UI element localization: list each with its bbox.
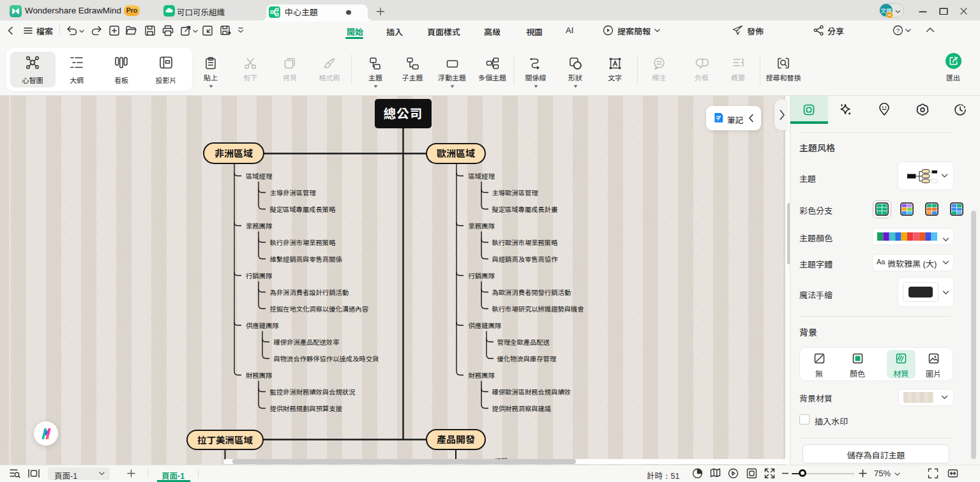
svg-text:與經銷商及零售商協作: 與經銷商及零售商協作 (492, 256, 559, 263)
svg-text:業務團隊: 業務團隊 (469, 223, 495, 230)
svg-text:挖掘在地文化洞察以優化溝通內容: 挖掘在地文化洞察以優化溝通內容 (270, 305, 369, 313)
svg-text:行銷團隊: 行銷團隊 (246, 273, 273, 280)
svg-text:主導非洲區管理: 主導非洲區管理 (270, 189, 317, 197)
svg-text:確保歐洲區財務合規與績效: 確保歐洲區財務合規與績效 (492, 388, 571, 396)
svg-text:提供財務規劃與預算支援: 提供財務規劃與預算支援 (270, 405, 343, 412)
svg-text:拉丁美洲區域: 拉丁美洲區域 (197, 435, 253, 446)
svg-text:供應鏈團隊: 供應鏈團隊 (469, 322, 502, 329)
svg-text:供應鏈團隊: 供應鏈團隊 (246, 322, 279, 329)
svg-text:區域經理: 區域經理 (246, 173, 273, 180)
svg-text:擬定區域專屬成長策略: 擬定區域專屬成長策略 (270, 206, 336, 213)
svg-text:管理全歐產品配送: 管理全歐產品配送 (497, 339, 550, 346)
svg-text:業務團隊: 業務團隊 (246, 223, 273, 230)
svg-text:總公司: 總公司 (384, 107, 423, 121)
svg-text:?: ? (896, 27, 900, 34)
svg-text:優化物流與庫存管理: 優化物流與庫存管理 (497, 355, 557, 363)
svg-text:執行市場研究以辨識趨勢與機會: 執行市場研究以辨識趨勢與機會 (492, 305, 585, 313)
svg-text:行銷團隊: 行銷團隊 (469, 273, 495, 280)
svg-text:財務團隊: 財務團隊 (246, 372, 273, 379)
svg-text:財務團隊: 財務團隊 (469, 372, 495, 379)
svg-text:執行歐洲市場業務策略: 執行歐洲市場業務策略 (492, 239, 559, 246)
svg-text:執行非洲市場業務策略: 執行非洲市場業務策略 (270, 239, 336, 246)
svg-text:提供財務洞察與建議: 提供財務洞察與建議 (492, 405, 552, 412)
svg-text:與物流合作夥伴協作以達成及時交貨: 與物流合作夥伴協作以達成及時交貨 (274, 355, 379, 363)
svg-text:監控非洲財務績效與合規狀況: 監控非洲財務績效與合規狀況 (270, 388, 356, 396)
svg-text:為歐洲消費者開發行銷活動: 為歐洲消費者開發行銷活動 (492, 289, 571, 296)
svg-text:主導歐洲區管理: 主導歐洲區管理 (492, 189, 539, 197)
svg-text:歐洲區域: 歐洲區域 (437, 148, 475, 159)
svg-text:確保非洲產品配送效率: 確保非洲產品配送效率 (274, 338, 340, 346)
svg-text:維繫經銷商與零售商關係: 維繫經銷商與零售商關係 (270, 255, 343, 263)
svg-text:擬定區域專屬成長計畫: 擬定區域專屬成長計畫 (492, 206, 558, 213)
svg-text:產品開發: 產品開發 (437, 434, 475, 445)
svg-text:為非洲消費者設計行銷活動: 為非洲消費者設計行銷活動 (270, 289, 349, 296)
svg-text:非洲區域: 非洲區域 (215, 148, 253, 159)
svg-text:區域經理: 區域經理 (469, 173, 495, 180)
